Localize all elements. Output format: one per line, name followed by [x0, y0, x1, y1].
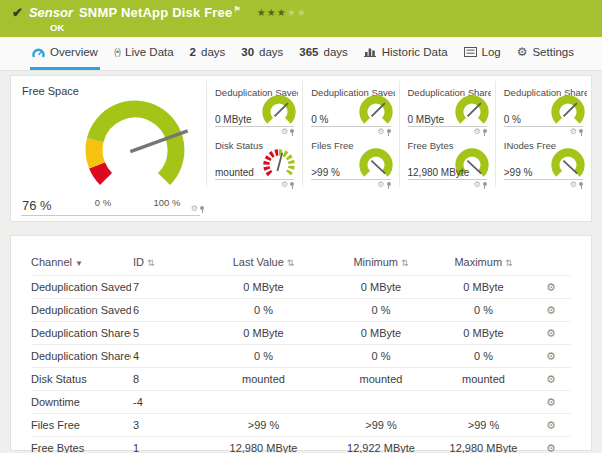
tab-365-days[interactable]: 365days — [297, 37, 349, 70]
settings-gear-icon: ⚙ — [517, 46, 528, 58]
gauge-cell-disk-status[interactable]: Disk Status mounted ⚙ — [206, 134, 302, 187]
channel-settings-icon[interactable]: ⚙ — [546, 327, 556, 339]
gauge-value: 0 MByte — [408, 114, 445, 125]
gauge-mini-icons: ⚙ — [191, 205, 204, 213]
gauge-cell-dedup-shared-bytes[interactable]: Deduplication Shared ... 0 MByte ⚙ — [399, 81, 495, 134]
channel-settings-icon[interactable]: ⚙ — [546, 419, 556, 431]
channel-minimum: 0 MByte — [326, 281, 436, 293]
column-header-minimum[interactable]: Minimum⇅ — [326, 256, 436, 268]
channel-name: Deduplication Saved Sp... — [31, 281, 131, 293]
tab-live-data[interactable]: (•) Live Data — [112, 37, 176, 70]
channel-id: -4 — [131, 396, 201, 408]
column-header-channel[interactable]: Channel▼ — [31, 256, 131, 268]
stars-empty[interactable]: ★★ — [287, 7, 307, 18]
tab-historic-data-label: Historic Data — [382, 46, 448, 58]
channel-name: Deduplication Shared S... — [31, 327, 131, 339]
channel-settings-icon[interactable]: ⚙ — [546, 396, 556, 408]
channel-settings-icon[interactable]: ⚙ — [546, 350, 556, 362]
gear-icon[interactable]: ⚙ — [191, 205, 198, 213]
tab-365-days-number: 365 — [299, 46, 318, 58]
gauge-cell-dedup-shared-percent[interactable]: Deduplication Shared ... 0 % ⚙ — [495, 81, 591, 134]
pin-icon[interactable] — [387, 129, 391, 133]
pin-icon[interactable] — [387, 182, 391, 186]
free-space-scale-min: 0 % — [91, 197, 115, 208]
bar-chart-icon — [364, 47, 377, 57]
pin-icon[interactable] — [579, 129, 583, 133]
gauge-cell-files-free[interactable]: Files Free >99 % ⚙ — [302, 134, 398, 187]
tab-2-days[interactable]: 2days — [188, 37, 228, 70]
channel-maximum: 0 MByte — [436, 327, 531, 339]
sensor-title-text: SNMP NetApp Disk Free — [79, 5, 233, 20]
channel-last-value: 12,980 MByte — [201, 442, 326, 453]
tab-log[interactable]: Log — [462, 37, 503, 70]
tab-settings[interactable]: ⚙ Settings — [515, 37, 576, 70]
tab-bar: Overview (•) Live Data 2days 30days 365d… — [0, 37, 602, 71]
channel-minimum: mounted — [326, 373, 436, 385]
pin-icon[interactable] — [579, 182, 583, 186]
free-space-gauge[interactable]: Free Space 76 % 0 % 100 % ⚙ — [11, 76, 206, 221]
pin-icon[interactable] — [200, 206, 204, 210]
gauge-value: 12,980 MByte — [408, 167, 470, 178]
free-space-gauge-title: Free Space — [22, 85, 79, 97]
free-space-value: 76 % — [22, 198, 52, 213]
sensor-status-badge: OK — [50, 22, 592, 33]
column-header-id[interactable]: ID⇅ — [131, 256, 201, 268]
gauge-cell-dedup-saved-bytes[interactable]: Deduplication Saved S... 0 MByte ⚙ — [206, 81, 302, 134]
gauge-cell-free-bytes[interactable]: Free Bytes 12,980 MByte ⚙ — [399, 134, 495, 187]
channel-last-value: >99 % — [201, 419, 326, 431]
channel-id: 5 — [131, 327, 201, 339]
gauge-cell-dedup-saved-percent[interactable]: Deduplication Saved S... 0 % ⚙ — [302, 81, 398, 134]
gear-icon[interactable]: ⚙ — [377, 181, 384, 189]
tab-overview[interactable]: Overview — [30, 37, 100, 70]
pin-icon[interactable] — [290, 182, 294, 186]
gauge-value: 0 % — [504, 114, 521, 125]
gear-icon[interactable]: ⚙ — [474, 181, 481, 189]
tab-historic-data[interactable]: Historic Data — [362, 37, 450, 70]
ok-check-icon: ✔ — [12, 6, 23, 19]
channel-last-value: 0 % — [201, 304, 326, 316]
channel-settings-icon[interactable]: ⚙ — [546, 281, 556, 293]
channel-maximum: 12,980 MByte — [436, 442, 531, 453]
column-header-last-value[interactable]: Last Value⇅ — [201, 256, 326, 268]
table-row: Free Bytes 1 12,980 MByte 12,922 MByte 1… — [31, 436, 571, 453]
pin-icon[interactable] — [483, 129, 487, 133]
small-gauges-grid: Deduplication Saved S... 0 MByte ⚙ Dedup… — [206, 76, 591, 221]
tab-live-data-label: Live Data — [125, 46, 174, 58]
tab-2-days-unit: days — [201, 46, 225, 58]
gauge-needle — [564, 103, 577, 116]
column-label: ID — [133, 256, 144, 268]
channel-minimum: 0 % — [326, 304, 436, 316]
sort-icon: ⇅ — [401, 258, 409, 268]
tab-365-days-unit: days — [323, 46, 347, 58]
main-content: Free Space 76 % 0 % 100 % ⚙ Deduplicatio… — [0, 71, 602, 451]
column-label: Last Value — [233, 256, 284, 268]
table-row: Deduplication Shared S... 4 0 % 0 % 0 % … — [31, 344, 571, 367]
gauge-value: 0 % — [311, 114, 328, 125]
channel-settings-icon[interactable]: ⚙ — [546, 442, 556, 453]
sort-icon: ⇅ — [505, 258, 513, 268]
column-label: Maximum — [454, 256, 502, 268]
tab-30-days-unit: days — [259, 46, 283, 58]
pin-icon[interactable] — [290, 129, 294, 133]
tab-overview-label: Overview — [50, 46, 98, 58]
channel-settings-icon[interactable]: ⚙ — [546, 304, 556, 316]
gauge-dial — [358, 147, 394, 183]
tab-2-days-number: 2 — [190, 46, 196, 58]
pin-icon[interactable] — [483, 182, 487, 186]
channel-id: 7 — [131, 281, 201, 293]
gauge-mini-icons: ⚙ — [281, 181, 294, 189]
column-header-maximum[interactable]: Maximum⇅ — [436, 256, 531, 268]
tab-30-days[interactable]: 30days — [239, 37, 285, 70]
priority-stars[interactable]: ★★★★★ — [257, 7, 307, 18]
gear-icon[interactable]: ⚙ — [281, 181, 288, 189]
gauge-cell-inodes-free[interactable]: INodes Free >99 % ⚙ — [495, 134, 591, 187]
stars-filled[interactable]: ★★★ — [257, 7, 287, 18]
channel-last-value: 0 MByte — [201, 281, 326, 293]
flag-icon[interactable]: ⚑ — [233, 5, 240, 14]
free-space-gauge-dial — [73, 88, 197, 212]
channel-settings-icon[interactable]: ⚙ — [546, 373, 556, 385]
channel-last-value: mounted — [201, 373, 326, 385]
gauge-needle — [467, 103, 480, 116]
table-row: Downtime -4 ⚙ — [31, 390, 571, 413]
gear-icon[interactable]: ⚙ — [570, 181, 577, 189]
